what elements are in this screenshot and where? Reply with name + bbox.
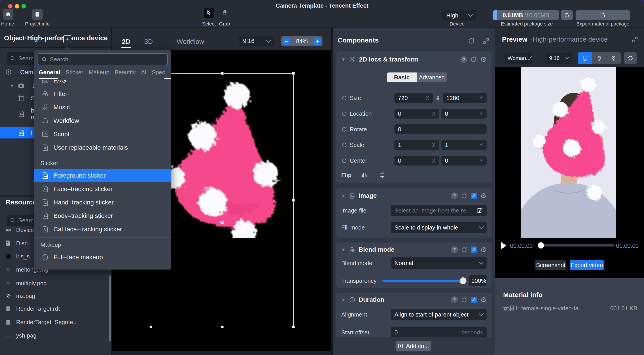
enable-checkbox[interactable]: ✓ [471,246,477,253]
play-button[interactable] [501,242,506,249]
add-component-button[interactable]: Add co... [396,341,431,351]
transparency-slider[interactable] [382,280,466,282]
phone-preview-button[interactable] [578,52,592,64]
reset-icon[interactable] [461,192,468,199]
reset-field-icon[interactable] [341,126,348,132]
reset-field-icon[interactable] [341,157,348,164]
resource-item[interactable]: Disn [5,238,28,249]
resize-handle-ne[interactable] [292,72,295,75]
slider-handle[interactable] [460,277,466,284]
resize-handle-n[interactable] [221,72,224,75]
resource-item[interactable]: RenderTarget.rdt [5,303,60,314]
advanced-tab[interactable]: Advanced [417,73,447,82]
help-icon[interactable]: ? [460,56,467,63]
export-video-button[interactable]: Export video [570,260,604,270]
menu-item-body-tracking-sticker[interactable]: Body–tracking sticker [34,209,171,223]
collapse-section-icon[interactable]: ▼ [341,247,346,252]
zoom-in-button[interactable]: + [314,38,321,45]
center-y-input[interactable]: 0Y [442,156,486,166]
edit-icon[interactable] [477,207,483,214]
model-dropdown[interactable]: Woman... [504,53,532,64]
menu-item-music[interactable]: Music [34,101,171,114]
gear-icon[interactable]: ⚙ [480,246,486,253]
gear-icon[interactable]: ⚙ [480,192,486,199]
project-info-button[interactable] [32,9,43,20]
fill-mode-dropdown[interactable]: Scale to display in whole [391,222,486,233]
tree-item-2d[interactable]: ▼ 2 [10,80,36,92]
collapse-section-icon[interactable]: ▼ [341,57,346,62]
tree-item-bg[interactable]: bn [18,107,34,121]
components-scroll-area[interactable]: ▼ 2D locs & transform ? ⚙ Basic Advanced… [333,49,495,337]
tab-3d[interactable]: 3D [144,38,153,46]
reset-field-icon[interactable] [341,95,348,101]
gear-icon[interactable]: ⚙ [480,296,486,303]
menu-tab-sticker[interactable]: Sticker [66,69,84,76]
zoom-out-button[interactable]: − [283,38,290,45]
canvas-ratio-dropdown[interactable]: 9:16 [239,36,274,46]
menu-item-hand-tracking-sticker[interactable]: Hand–tracking sticker [34,196,171,209]
reset-icon[interactable] [461,246,468,253]
menu-item-full-face-makeup[interactable]: Full–face makeup [34,250,171,264]
resource-item[interactable]: multiply.png [5,278,47,289]
menu-item-cat-face-tracking-sticker[interactable]: Cat face–tracking sticker [34,223,171,236]
flip-vertical-icon[interactable] [378,171,386,179]
alignment-dropdown[interactable]: Align to start of parent object [391,309,486,320]
resize-handle-sw[interactable] [150,326,152,328]
help-icon[interactable]: ? [451,192,458,199]
menu-tab-ai[interactable]: AI [141,69,146,76]
enable-checkbox[interactable]: ✓ [471,297,477,303]
menu-item-face-tracking-sticker[interactable]: Face–tracking sticker [34,182,171,196]
resize-handle-se[interactable] [292,326,295,328]
menu-tab-beautify[interactable]: Beautify [115,69,136,76]
menu-item-pag[interactable]: PAG PAG [34,80,171,87]
select-tool-button[interactable] [204,8,214,18]
help-icon[interactable]: ? [451,296,458,303]
rotate-input[interactable]: 0 [394,124,486,134]
resize-handle-e[interactable] [292,199,295,202]
resize-handle-s[interactable] [221,326,224,328]
reset-field-icon[interactable] [341,142,348,148]
resource-item[interactable]: ysh.pag [5,330,36,341]
start-offset-input[interactable]: 0 seconds [391,326,486,337]
menu-item-script[interactable]: Script [34,128,171,141]
location-x-input[interactable]: 0X [394,109,439,119]
refresh-preview-button[interactable] [624,52,637,64]
camera2-preview-button[interactable] [606,52,621,64]
reset-all-icon[interactable] [468,37,476,45]
scale-y-input[interactable]: 1Y [442,140,486,150]
tab-workflow[interactable]: Workflow [177,38,204,46]
timeline-slider[interactable] [538,244,614,246]
resource-item[interactable]: Device [5,224,34,236]
reset-icon[interactable] [470,56,477,63]
menu-item-user-replaceable-materials[interactable]: User replaceable materials [34,141,171,154]
expander-icon[interactable]: ▼ [10,83,14,88]
location-y-input[interactable]: 0Y [442,109,486,119]
collapse-section-icon[interactable]: ▼ [341,297,346,302]
flip-horizontal-icon[interactable] [360,171,368,179]
collapse-panel-icon[interactable] [631,36,638,43]
home-button[interactable] [3,9,14,20]
export-package-button[interactable] [576,10,630,20]
menu-item-foreground-sticker[interactable]: Foreground sticker [34,169,171,182]
menu-tab-makeup[interactable]: Makeup [89,69,110,76]
preview-ratio-dropdown[interactable]: 9:16 [546,53,572,64]
tree-item-screen[interactable]: S [18,92,35,104]
anchor-point[interactable] [220,221,224,224]
device-dropdown[interactable]: High [442,10,476,21]
scale-x-input[interactable]: 1X [394,140,439,150]
menu-search-input[interactable]: Search [38,53,168,65]
resource-item[interactable]: mz.pag [5,290,35,301]
collapse-section-icon[interactable]: ▼ [341,193,346,198]
collapse-panel-icon[interactable] [482,37,490,45]
resources-scrollbar[interactable] [109,275,111,341]
menu-tab-general[interactable]: General [39,69,60,76]
basic-tab[interactable]: Basic [387,73,417,82]
size-y-input[interactable]: 1280Y [443,93,486,103]
menu-item-filter[interactable]: Filter [34,87,171,101]
screenshot-button[interactable]: Screenshot [535,260,566,270]
resource-item[interactable]: iris_s [5,251,30,262]
help-icon[interactable]: ? [451,246,458,253]
size-x-input[interactable]: 720X [394,93,433,103]
image-file-input[interactable]: Select an image from the re... [391,205,486,216]
enable-checkbox[interactable]: ✓ [471,193,477,199]
